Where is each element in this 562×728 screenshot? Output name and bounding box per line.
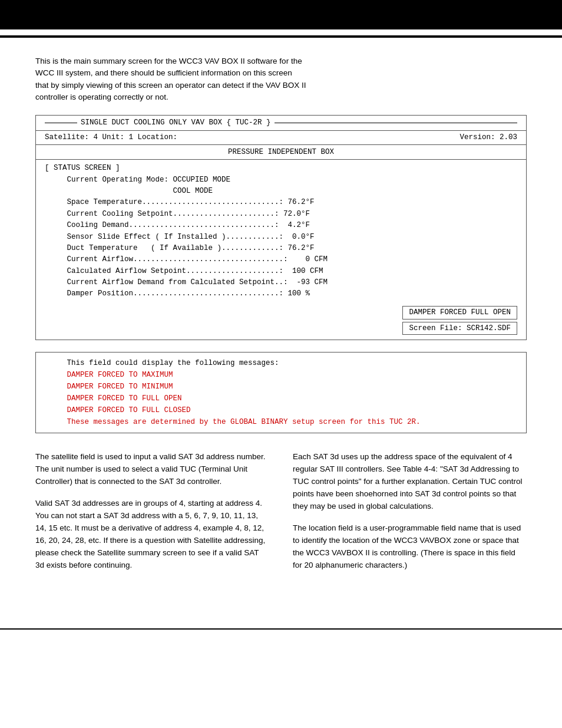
airflow-demand-row: Current Airflow Demand from Calculated S… bbox=[45, 277, 517, 288]
msg2: DAMPER FORCED TO MINIMUM bbox=[45, 381, 517, 393]
intro-paragraph: This is the main summary screen for the … bbox=[35, 55, 306, 103]
version-info: Version: 2.03 bbox=[459, 132, 517, 143]
terminal-screen-box: SINGLE DUCT COOLING ONLY VAV BOX { TUC-2… bbox=[35, 115, 527, 340]
satellite-row: Satellite: 4 Unit: 1 Location: Version: … bbox=[36, 131, 526, 145]
operating-mode: Current Operating Mode: OCCUPIED MODE bbox=[45, 174, 517, 186]
msg3: DAMPER FORCED TO FULL OPEN bbox=[45, 393, 517, 404]
cool-mode: COOL MODE bbox=[45, 186, 517, 197]
terminal-title-row: SINGLE DUCT COOLING ONLY VAV BOX { TUC-2… bbox=[36, 116, 526, 131]
two-column-section: The satellite field is used to input a v… bbox=[35, 451, 527, 581]
calc-airflow-row: Calculated Airflow Setpoint.............… bbox=[45, 266, 517, 277]
satellite-info: Satellite: 4 Unit: 1 Location: bbox=[45, 132, 177, 143]
title-line-left bbox=[45, 123, 77, 123]
right-column: Each SAT 3d uses up the address space of… bbox=[293, 451, 527, 581]
msg4: DAMPER FORCED TO FULL CLOSED bbox=[45, 404, 517, 416]
left-column: The satellite field is used to input a v… bbox=[35, 451, 269, 581]
right-para1: Each SAT 3d uses up the address space of… bbox=[293, 451, 527, 513]
title-line-right bbox=[275, 123, 517, 123]
right-para2: The location field is a user-programmabl… bbox=[293, 522, 527, 572]
msg5: These messages are determined by the GLO… bbox=[45, 416, 517, 428]
top-header-bar bbox=[0, 0, 562, 29]
left-para2: Valid SAT 3d addresses are in groups of … bbox=[35, 498, 269, 572]
terminal-footer: DAMPER FORCED FULL OPEN Screen File: SCR… bbox=[36, 303, 526, 340]
cooling-demand-row: Cooling Demand..........................… bbox=[45, 220, 517, 231]
messages-intro: This field could display the following m… bbox=[45, 357, 517, 369]
left-para1: The satellite field is used to input a v… bbox=[35, 451, 269, 488]
current-airflow-row: Current Airflow.........................… bbox=[45, 254, 517, 265]
messages-box: This field could display the following m… bbox=[35, 352, 527, 433]
screen-file-badge: Screen File: SCR142.SDF bbox=[402, 322, 517, 335]
msg1: DAMPER FORCED TO MAXIMUM bbox=[45, 369, 517, 381]
bottom-rule bbox=[0, 628, 562, 630]
cooling-setpoint-row: Current Cooling Setpoint................… bbox=[45, 209, 517, 220]
sensor-slide-row: Sensor Slide Effect ( If Installed )....… bbox=[45, 232, 517, 243]
space-temp-row: Space Temperature.......................… bbox=[45, 197, 517, 208]
terminal-body: [ STATUS SCREEN ] Current Operating Mode… bbox=[36, 160, 526, 303]
damper-pos-row: Damper Position.........................… bbox=[45, 288, 517, 299]
pressure-label: PRESSURE INDEPENDENT BOX bbox=[36, 145, 526, 160]
duct-temp-row: Duct Temperature ( If Available ).......… bbox=[45, 243, 517, 254]
status-label: [ STATUS SCREEN ] bbox=[45, 163, 517, 174]
damper-forced-badge: DAMPER FORCED FULL OPEN bbox=[402, 306, 517, 319]
terminal-title-text: SINGLE DUCT COOLING ONLY VAV BOX { TUC-2… bbox=[77, 117, 275, 129]
